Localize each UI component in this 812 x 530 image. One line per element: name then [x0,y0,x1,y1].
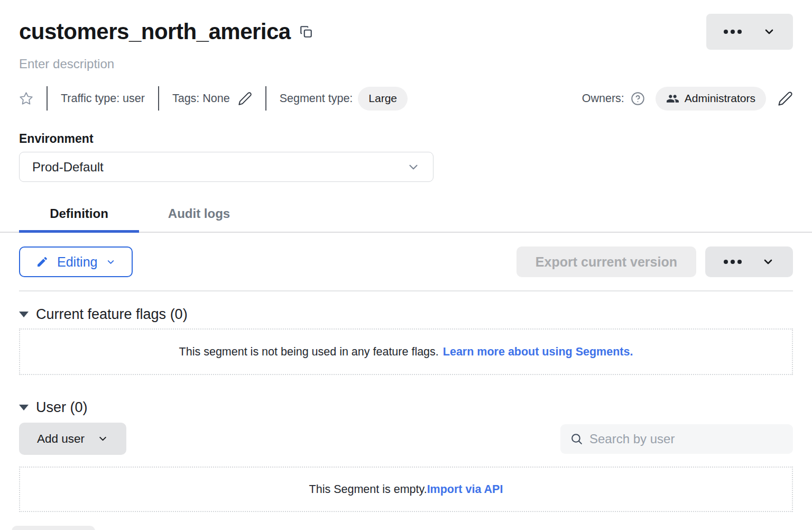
collapse-triangle-icon [19,405,29,410]
export-current-version-button[interactable]: Export current version [516,246,696,277]
user-controls-row: Add user [19,423,793,455]
segment-empty-text: This Segment is empty. [309,483,427,496]
environment-select[interactable]: Prod-Default [19,152,433,182]
feature-flags-empty-state: This segment is not being used in any fe… [19,328,793,375]
segment-type-badge: Large [358,87,408,111]
edit-tags-icon[interactable] [238,92,252,106]
pencil-icon [36,255,49,268]
editing-mode-button[interactable]: Editing [19,246,133,277]
copy-icon[interactable] [299,25,313,39]
user-section-header[interactable]: User (0) [19,399,793,416]
owners-badge[interactable]: Administrators [656,87,766,111]
environment-label: Environment [19,132,793,146]
tab-audit-logs[interactable]: Audit logs [139,199,259,232]
tags-label: Tags: None [172,92,230,105]
owners-value: Administrators [685,92,755,105]
chevron-down-icon [763,25,776,38]
star-icon[interactable] [19,92,33,106]
title-row: customers_north_america [19,0,793,50]
chevron-down-icon [762,255,774,268]
add-user-label: Add user [37,432,85,446]
add-user-button[interactable]: Add user [19,423,126,455]
traffic-type-label: Traffic type: user [61,92,145,105]
owners-group: Owners: Administrators [582,87,793,111]
divider [158,86,159,111]
ellipsis-icon [724,30,742,34]
environment-selected-value: Prod-Default [32,160,104,175]
user-empty-state: This Segment is empty.Import via API [19,467,793,512]
meta-row: Traffic type: user Tags: None Segment ty… [19,86,793,111]
feature-flags-section-title: Current feature flags (0) [36,306,188,323]
chevron-down-icon [97,433,108,444]
partial-bottom-button[interactable] [12,526,95,530]
learn-more-link[interactable]: Learn more about using Segments. [443,345,633,358]
ellipsis-icon [724,260,742,264]
edit-owners-icon[interactable] [778,91,793,106]
search-icon [570,432,583,445]
description-field[interactable]: Enter description [19,57,793,71]
header-more-menu-button[interactable] [706,14,793,50]
tab-bar: Definition Audit logs [0,199,812,233]
definition-toolbar: Editing Export current version [19,246,793,277]
segment-detail-page: customers_north_america Enter descriptio… [0,0,812,530]
collapse-triangle-icon [19,312,29,317]
import-via-api-link[interactable]: Import via API [427,483,503,496]
feature-flags-section-header[interactable]: Current feature flags (0) [19,306,793,323]
search-by-user-input[interactable] [589,432,783,446]
help-icon[interactable] [631,92,645,106]
user-section-title: User (0) [36,399,88,416]
divider [19,290,793,291]
chevron-down-icon [407,160,420,174]
segment-type-label: Segment type: [280,92,353,105]
editing-label: Editing [57,254,97,270]
tab-definition[interactable]: Definition [19,199,139,232]
people-icon [666,92,679,105]
feature-flags-empty-text: This segment is not being used in any fe… [179,345,439,358]
chevron-down-icon [106,257,116,267]
search-by-user-box [560,424,793,454]
toolbar-more-menu-button[interactable] [705,246,793,277]
owners-label: Owners: [582,92,624,105]
divider [265,86,266,111]
page-title: customers_north_america [19,20,291,44]
divider [47,86,48,111]
